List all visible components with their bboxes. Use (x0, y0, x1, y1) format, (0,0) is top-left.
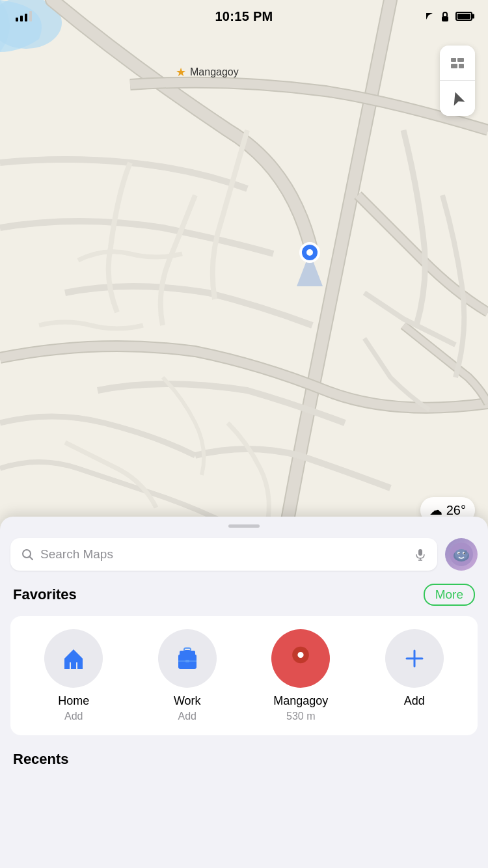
favorite-add[interactable]: Add (369, 629, 460, 711)
map-controls (440, 46, 475, 116)
map-view[interactable]: ★ Mangagoy (0, 0, 488, 527)
svg-rect-21 (71, 662, 76, 669)
map-place-label: ★ Mangagoy (176, 65, 239, 79)
favorite-work[interactable]: Work Add (142, 629, 233, 722)
favorite-mangagoy[interactable]: Mangagoy 530 m (255, 629, 346, 722)
direction-icon (449, 90, 466, 107)
status-time: 10:15 PM (215, 9, 273, 24)
pin-icon (288, 644, 314, 673)
svg-rect-8 (451, 64, 457, 68)
status-bar: 10:15 PM (0, 0, 488, 33)
recents-section: Recents (0, 735, 488, 774)
work-icon-circle (158, 629, 217, 688)
my-location-button[interactable] (440, 81, 475, 116)
status-left (16, 11, 32, 21)
mangagoy-label: Mangagoy (273, 694, 328, 708)
work-icon (173, 644, 202, 673)
work-label: Work (174, 694, 201, 708)
status-right (424, 11, 472, 21)
map-view-button[interactable] (440, 46, 475, 81)
svg-rect-5 (442, 16, 448, 21)
plus-icon (403, 647, 426, 670)
microphone-icon[interactable] (414, 548, 427, 561)
svg-point-20 (464, 553, 465, 554)
home-icon (59, 644, 88, 673)
svg-point-19 (459, 553, 460, 554)
bottom-sheet: Search Maps (0, 517, 488, 868)
svg-rect-7 (457, 58, 464, 62)
search-bar[interactable]: Search Maps (10, 538, 437, 571)
recents-title: Recents (13, 751, 69, 767)
user-avatar-button[interactable] (445, 538, 478, 571)
home-sublabel: Add (64, 711, 83, 722)
weather-icon: ☁ (429, 502, 442, 518)
signal-icon (16, 11, 32, 21)
location-arrow-icon (424, 11, 435, 21)
favorites-title: Favorites (13, 586, 77, 603)
favorites-grid: Home Add Work Add (10, 616, 478, 735)
svg-point-28 (298, 652, 304, 658)
star-icon: ★ (176, 65, 186, 79)
home-label: Home (58, 694, 89, 708)
home-icon-circle (44, 629, 103, 688)
favorite-home[interactable]: Home Add (28, 629, 119, 722)
avatar-icon (450, 543, 473, 566)
mangagoy-icon-circle (271, 629, 330, 688)
favorites-header: Favorites More (0, 584, 488, 606)
work-sublabel: Add (178, 711, 197, 722)
drag-handle[interactable] (228, 524, 260, 528)
svg-rect-9 (459, 64, 464, 68)
svg-rect-6 (451, 58, 456, 62)
svg-rect-11 (418, 549, 422, 556)
svg-rect-26 (185, 660, 189, 662)
search-icon (21, 548, 34, 561)
add-label: Add (404, 694, 425, 708)
lock-icon (440, 11, 450, 21)
weather-temperature: 26° (446, 503, 466, 518)
search-bar-container: Search Maps (0, 538, 488, 571)
search-placeholder: Search Maps (40, 547, 407, 562)
svg-point-4 (306, 249, 313, 256)
add-icon-circle (385, 629, 444, 688)
battery-icon (455, 12, 472, 21)
more-button[interactable]: More (424, 584, 475, 606)
map-layers-icon (448, 54, 467, 72)
place-name: Mangagoy (190, 66, 239, 78)
mangagoy-distance: 530 m (286, 711, 315, 722)
